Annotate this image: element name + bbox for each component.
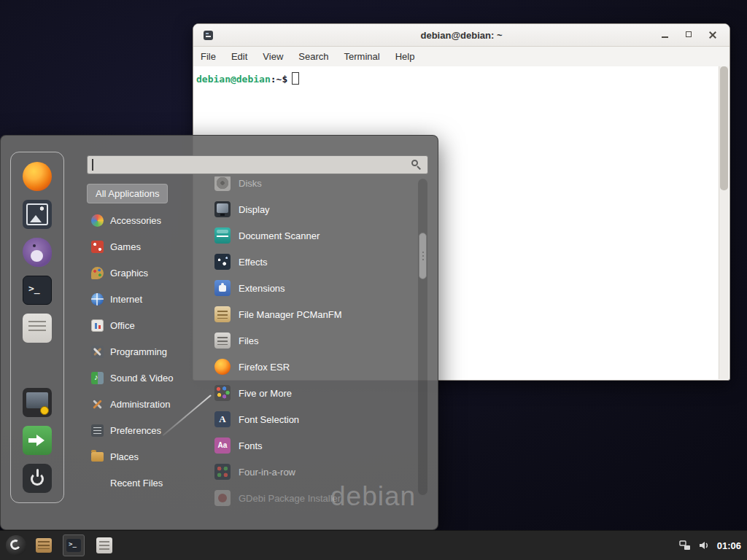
app-label: Font Selection bbox=[239, 414, 299, 425]
app-label: Display bbox=[239, 204, 270, 215]
app-document-scanner[interactable]: Document Scanner bbox=[212, 222, 417, 249]
programming-icon bbox=[91, 346, 104, 358]
category-graphics[interactable]: Graphics bbox=[87, 260, 209, 286]
administration-icon bbox=[91, 398, 104, 411]
terminal-window-icon bbox=[204, 31, 213, 40]
category-list: All Applications Accessories Games Graph… bbox=[87, 181, 209, 496]
menu-edit[interactable]: Edit bbox=[231, 51, 247, 62]
app-label: Extensions bbox=[239, 283, 285, 294]
firefox-icon[interactable] bbox=[23, 162, 52, 191]
category-label: Graphics bbox=[110, 268, 148, 279]
category-accessories[interactable]: Accessories bbox=[87, 207, 209, 233]
window-title: debian@debian: ~ bbox=[193, 30, 729, 41]
app-list-scrollbar[interactable] bbox=[418, 179, 427, 495]
menu-view[interactable]: View bbox=[263, 51, 283, 62]
prompt-path: :~$ bbox=[271, 74, 287, 85]
category-office[interactable]: Office bbox=[87, 312, 209, 338]
category-label: Preferences bbox=[110, 425, 161, 436]
category-label: Sound & Video bbox=[110, 373, 174, 384]
text-editor-icon[interactable] bbox=[23, 314, 52, 343]
search-bar bbox=[87, 155, 428, 174]
terminal-titlebar[interactable]: debian@debian: ~ bbox=[193, 24, 729, 47]
category-recent-files[interactable]: Recent Files bbox=[87, 470, 209, 496]
volume-icon[interactable] bbox=[698, 540, 710, 551]
app-display[interactable]: Display bbox=[212, 196, 417, 222]
app-effects[interactable]: Effects bbox=[212, 249, 417, 275]
app-label: Files bbox=[239, 335, 258, 346]
app-label: Firefox ESR bbox=[239, 362, 290, 373]
category-all-applications[interactable]: All Applications bbox=[87, 184, 168, 203]
lock-screen-icon[interactable] bbox=[23, 388, 52, 417]
pidgin-icon[interactable] bbox=[23, 238, 52, 267]
menu-button[interactable] bbox=[6, 535, 26, 556]
category-label: Accessories bbox=[110, 215, 161, 226]
fonts-icon bbox=[214, 438, 231, 454]
four-in-a-row-icon bbox=[214, 464, 231, 480]
category-label: Office bbox=[110, 320, 135, 331]
app-label: Disks bbox=[239, 178, 262, 189]
category-label: Internet bbox=[110, 294, 142, 305]
app-fonts[interactable]: Fonts bbox=[212, 432, 417, 459]
pcmanfm-icon bbox=[214, 306, 231, 322]
network-icon[interactable] bbox=[679, 540, 691, 551]
app-label: Fonts bbox=[239, 440, 263, 451]
clock[interactable]: 01:06 bbox=[717, 540, 741, 551]
app-five-or-more[interactable]: Five or More bbox=[212, 380, 417, 406]
search-input[interactable] bbox=[88, 160, 411, 171]
preferences-icon bbox=[91, 424, 104, 437]
app-label: Five or More bbox=[239, 388, 292, 399]
graphics-icon bbox=[91, 267, 104, 279]
category-preferences[interactable]: Preferences bbox=[87, 417, 209, 443]
accessories-icon bbox=[91, 214, 104, 227]
category-internet[interactable]: Internet bbox=[87, 286, 209, 312]
window-controls bbox=[657, 28, 721, 42]
log-out-icon[interactable] bbox=[23, 426, 52, 455]
app-list-scrollbar-thumb[interactable] bbox=[419, 233, 427, 279]
app-extensions[interactable]: Extensions bbox=[212, 275, 417, 301]
app-pcmanfm[interactable]: File Manager PCManFM bbox=[212, 301, 417, 327]
minimize-icon[interactable] bbox=[657, 28, 673, 42]
menu-search[interactable]: Search bbox=[298, 51, 328, 62]
maximize-icon[interactable] bbox=[681, 28, 697, 42]
app-font-selection[interactable]: Font Selection bbox=[212, 406, 417, 432]
photos-icon[interactable] bbox=[23, 200, 52, 229]
gdebi-icon bbox=[214, 490, 231, 506]
sound-video-icon bbox=[91, 372, 104, 384]
disks-icon bbox=[214, 176, 231, 191]
application-menu: All Applications Accessories Games Graph… bbox=[0, 135, 438, 530]
text-editor-launcher-icon[interactable] bbox=[96, 537, 112, 553]
category-label: Programming bbox=[110, 346, 167, 357]
extensions-icon bbox=[214, 280, 231, 296]
category-label: Recent Files bbox=[110, 478, 163, 489]
files-icon bbox=[214, 332, 231, 349]
terminal-taskbar-button[interactable] bbox=[63, 534, 85, 556]
terminal-scrollbar-thumb[interactable] bbox=[720, 66, 728, 190]
category-sound-video[interactable]: Sound & Video bbox=[87, 365, 209, 391]
app-label: Document Scanner bbox=[239, 230, 320, 241]
terminal-menubar: File Edit View Search Terminal Help bbox=[193, 47, 729, 66]
menu-terminal[interactable]: Terminal bbox=[344, 51, 380, 62]
firefox-icon bbox=[214, 359, 231, 375]
menu-file[interactable]: File bbox=[201, 51, 216, 62]
app-label: GDebi Package Installer bbox=[239, 493, 341, 504]
terminal-scrollbar[interactable] bbox=[719, 66, 729, 379]
terminal-icon[interactable] bbox=[23, 276, 52, 305]
terminal-cursor bbox=[292, 72, 299, 85]
search-caret bbox=[92, 159, 93, 171]
search-icon bbox=[411, 159, 422, 171]
category-games[interactable]: Games bbox=[87, 233, 209, 260]
app-disks[interactable]: Disks bbox=[212, 176, 417, 196]
debian-watermark: debian bbox=[330, 481, 416, 512]
app-firefox-esr[interactable]: Firefox ESR bbox=[212, 354, 417, 380]
category-programming[interactable]: Programming bbox=[87, 338, 209, 365]
games-icon bbox=[91, 241, 104, 253]
menu-help[interactable]: Help bbox=[395, 51, 415, 62]
favorites-panel bbox=[10, 152, 64, 503]
quit-icon[interactable] bbox=[23, 464, 52, 493]
app-files[interactable]: Files bbox=[212, 327, 417, 354]
app-label: File Manager PCManFM bbox=[239, 309, 342, 320]
file-manager-launcher-icon[interactable] bbox=[36, 538, 52, 553]
close-icon[interactable] bbox=[705, 28, 721, 42]
category-administration[interactable]: Administration bbox=[87, 391, 209, 417]
category-places[interactable]: Places bbox=[87, 443, 209, 470]
